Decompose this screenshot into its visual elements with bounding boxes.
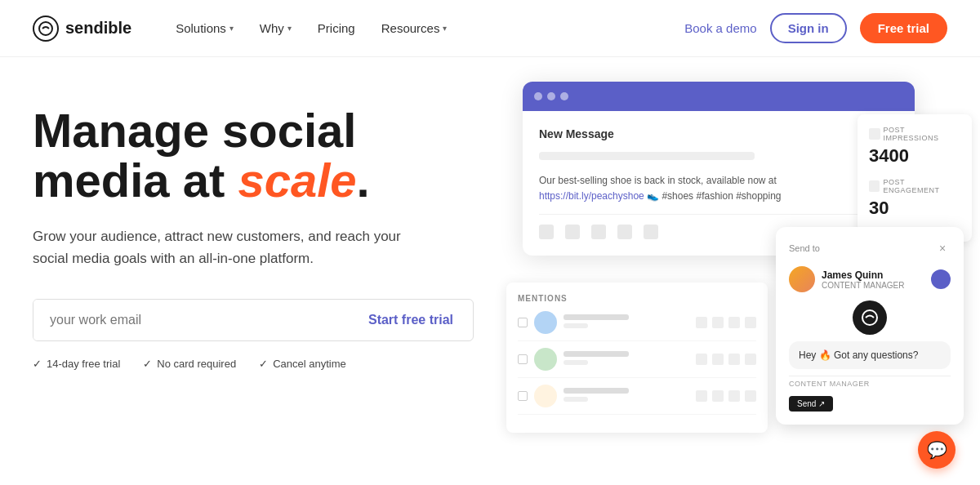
chat-user-info: James Quinn CONTENT MANAGER [822, 269, 905, 290]
impressions-value: 3400 [869, 145, 960, 167]
more-icon[interactable] [745, 390, 756, 402]
mention-name [564, 351, 629, 357]
chevron-down-icon: ▾ [229, 24, 234, 33]
chat-widget-button[interactable]: 💬 [918, 431, 956, 469]
sendible-logo-icon [853, 300, 887, 335]
hero-subtext: Grow your audience, attract new customer… [33, 225, 425, 269]
free-trial-button[interactable]: Free trial [860, 13, 947, 43]
schedule-icon[interactable] [617, 225, 632, 239]
chat-user-name: James Quinn [822, 269, 905, 281]
hero-scale-word: scale [238, 154, 356, 207]
engagement-stat: POST ENGAGEMENT 30 [869, 178, 960, 219]
check-item-2: ✓ Cancel anytime [259, 358, 346, 370]
message-link[interactable]: https://bit.ly/peachyshoe [539, 190, 644, 202]
logo-icon [33, 16, 59, 42]
start-trial-button[interactable]: Start free trial [349, 300, 473, 340]
chat-widget-icon: 💬 [927, 440, 947, 460]
mention-row [518, 385, 756, 415]
mention-name [564, 388, 629, 394]
mention-actions [696, 354, 756, 365]
mention-row [518, 311, 756, 341]
svg-point-0 [39, 22, 52, 35]
nav-pricing[interactable]: Pricing [306, 15, 367, 42]
send-button[interactable]: Send ↗ [789, 396, 833, 412]
nav-right: Book a demo Sign in Free trial [684, 13, 947, 43]
window-dot [534, 92, 542, 100]
nav-resources[interactable]: Resources ▾ [370, 15, 459, 42]
check-icon: ✓ [33, 358, 42, 370]
sendible-chat-logo [789, 300, 951, 335]
engagement-label: POST ENGAGEMENT [869, 178, 960, 194]
mention-checkbox[interactable] [518, 354, 528, 364]
reply-icon[interactable] [712, 354, 724, 365]
book-demo-link[interactable]: Book a demo [684, 21, 756, 35]
share-icon[interactable] [728, 390, 740, 402]
chat-indicator [931, 269, 951, 289]
share-icon[interactable] [728, 317, 740, 328]
reply-icon[interactable] [712, 317, 724, 328]
image-icon[interactable] [591, 225, 606, 239]
mentions-card: MENTIONS [506, 283, 768, 433]
mention-actions [696, 317, 756, 328]
mention-content [564, 351, 689, 368]
nav-solutions[interactable]: Solutions ▾ [164, 15, 245, 42]
chevron-down-icon: ▾ [287, 24, 292, 33]
email-form: Start free trial [33, 299, 474, 341]
mention-checkbox[interactable] [518, 391, 528, 401]
nav-links: Solutions ▾ Why ▾ Pricing Resources ▾ [164, 15, 684, 42]
chat-header: Send to × [789, 240, 951, 256]
mention-content [564, 314, 689, 331]
impressions-stat: POST IMPRESSIONS 3400 [869, 126, 960, 167]
chat-user: James Quinn CONTENT MANAGER [789, 266, 951, 292]
logo[interactable]: sendible [33, 16, 131, 42]
navigation: sendible Solutions ▾ Why ▾ Pricing Resou… [0, 0, 980, 57]
impressions-icon [869, 128, 880, 140]
stats-panel: POST IMPRESSIONS 3400 POST ENGAGEMENT 30 [858, 114, 972, 242]
message-content: Our best-selling shoe is back in stock, … [539, 173, 898, 204]
share-icon[interactable] [728, 354, 740, 365]
sign-in-button[interactable]: Sign in [770, 13, 847, 43]
content-manager-label: CONTENT MANAGER [789, 376, 951, 391]
card-titlebar [523, 82, 915, 111]
reply-icon[interactable] [712, 390, 724, 402]
window-dot [560, 92, 568, 100]
nav-why[interactable]: Why ▾ [248, 15, 303, 42]
check-item-1: ✓ No card required [143, 358, 236, 370]
dashboard-mockup: New Message Our best-selling shoe is bac… [506, 82, 980, 433]
mention-time [564, 360, 588, 365]
engagement-value: 30 [869, 198, 960, 219]
mention-row [518, 348, 756, 378]
check-icon: ✓ [259, 358, 268, 370]
mention-time [564, 323, 588, 328]
mentions-label: MENTIONS [518, 294, 756, 303]
window-dot [547, 92, 555, 100]
chevron-down-icon: ▾ [443, 24, 447, 33]
attach-icon[interactable] [539, 225, 554, 239]
impressions-label: POST IMPRESSIONS [869, 126, 960, 142]
chat-bubble: Hey 🔥 Got any questions? [789, 341, 951, 369]
svg-point-1 [862, 310, 877, 325]
like-icon[interactable] [696, 390, 707, 402]
mention-avatar [534, 348, 557, 371]
mention-content [564, 388, 689, 405]
like-icon[interactable] [696, 354, 707, 365]
like-icon[interactable] [696, 317, 707, 328]
hero-section: Manage social media at scale. Grow your … [0, 57, 980, 370]
engagement-icon [869, 180, 880, 192]
check-list: ✓ 14-day free trial ✓ No card required ✓… [33, 358, 490, 370]
mention-avatar [534, 311, 557, 334]
mention-checkbox[interactable] [518, 318, 528, 327]
location-icon[interactable] [644, 225, 658, 239]
chat-card: Send to × James Quinn CONTENT MANAGER [776, 227, 964, 425]
check-item-0: ✓ 14-day free trial [33, 358, 120, 370]
email-input[interactable] [33, 300, 349, 340]
chat-user-role: CONTENT MANAGER [822, 281, 905, 290]
emoji-icon[interactable] [565, 225, 580, 239]
input-mock [539, 152, 755, 160]
hero-content: Manage social media at scale. Grow your … [33, 106, 490, 370]
mention-avatar [534, 385, 557, 407]
more-icon[interactable] [745, 354, 756, 365]
close-icon[interactable]: × [934, 240, 951, 256]
chat-avatar [789, 266, 815, 292]
more-icon[interactable] [745, 317, 756, 328]
